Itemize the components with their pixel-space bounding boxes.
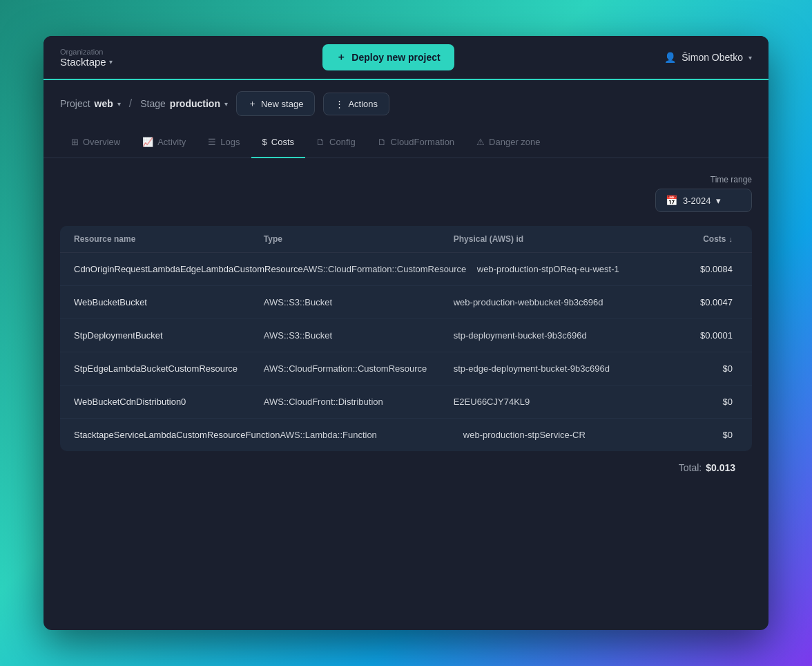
table-row: CdnOriginRequestLambdaEdgeLambdaCustomRe…: [60, 253, 752, 286]
new-stage-plus-icon: ＋: [248, 97, 257, 110]
topbar: Organization Stacktape ▾ ＋ Deploy new pr…: [44, 36, 768, 80]
tab-cloudformation-label: CloudFormation: [391, 137, 455, 147]
tab-activity[interactable]: 📈 Activity: [131, 127, 197, 158]
new-stage-button[interactable]: ＋ New stage: [236, 91, 315, 116]
time-range-label: Time range: [710, 175, 752, 184]
logs-icon: ☰: [208, 137, 216, 147]
tab-costs[interactable]: $ Costs: [251, 127, 305, 158]
user-name: Šimon Obetko: [682, 52, 743, 63]
tab-dangerzone-label: Danger zone: [489, 137, 540, 147]
stage-label: Stage: [140, 98, 166, 109]
total-row: Total: $0.013: [60, 451, 752, 479]
costs-table: Resource name Type Physical (AWS) id Cos…: [60, 226, 752, 451]
content-area: Time range 📅 3-2024 ▾ Resource name Type…: [44, 158, 768, 495]
col-header-resource: Resource name: [74, 234, 264, 244]
stage-breadcrumb: Stage production ▾: [140, 98, 228, 109]
org-chevron-icon: ▾: [109, 58, 113, 66]
org-name: Stacktape ▾: [60, 56, 113, 68]
stagebar: Project web ▾ / Stage production ▾ ＋ New…: [44, 80, 768, 127]
costs-sort-icon: ↓: [729, 235, 733, 243]
cell-cost: $0.0047: [644, 297, 738, 307]
cell-type: AWS::CloudFront::Distribution: [264, 397, 454, 407]
cell-physical-id: E2EU66CJY74KL9: [454, 397, 644, 407]
org-selector[interactable]: Organization Stacktape ▾: [60, 48, 113, 68]
tab-logs[interactable]: ☰ Logs: [197, 127, 251, 158]
tab-dangerzone[interactable]: ⚠ Danger zone: [465, 127, 551, 158]
col-header-type: Type: [264, 234, 454, 244]
tabs: ⊞ Overview 📈 Activity ☰ Logs $ Costs 🗋 C…: [44, 127, 768, 158]
cell-physical-id: stp-edge-deployment-bucket-9b3c696d: [454, 363, 644, 374]
org-label: Organization: [60, 48, 113, 56]
cell-physical-id: web-production-stpOReq-eu-west-1: [477, 264, 651, 274]
cell-physical-id: stp-deployment-bucket-9b3c696d: [454, 330, 644, 341]
table-body: CdnOriginRequestLambdaEdgeLambdaCustomRe…: [60, 253, 752, 451]
plus-icon: ＋: [336, 51, 346, 64]
cell-resource-name: StpDeploymentBucket: [74, 330, 264, 341]
config-icon: 🗋: [316, 137, 325, 147]
table-header: Resource name Type Physical (AWS) id Cos…: [60, 226, 752, 253]
cell-resource-name: WebBucketCdnDistribution0: [74, 397, 264, 407]
table-row: WebBucketBucket AWS::S3::Bucket web-prod…: [60, 286, 752, 319]
cell-type: AWS::Lambda::Function: [280, 430, 463, 440]
table-row: StpDeploymentBucket AWS::S3::Bucket stp-…: [60, 319, 752, 352]
app-window: Organization Stacktape ▾ ＋ Deploy new pr…: [44, 36, 768, 630]
cell-cost: $0: [644, 363, 738, 374]
col-header-costs[interactable]: Costs ↓: [644, 234, 738, 244]
dangerzone-icon: ⚠: [476, 137, 485, 147]
user-chevron-icon: ▾: [748, 54, 752, 61]
tab-config-label: Config: [329, 137, 356, 147]
stage-chevron-icon: ▾: [224, 100, 228, 108]
breadcrumb-separator: /: [129, 97, 132, 110]
time-range-container: Time range 📅 3-2024 ▾: [655, 175, 752, 212]
cloudformation-icon: 🗋: [378, 137, 387, 147]
cell-type: AWS::CloudFormation::CustomResource: [264, 363, 454, 374]
tab-overview[interactable]: ⊞ Overview: [60, 127, 131, 158]
project-label: Project: [60, 98, 90, 109]
cell-type: AWS::CloudFormation::CustomResource: [303, 264, 477, 274]
cell-cost: $0: [644, 397, 738, 407]
cell-physical-id: web-production-stpService-CR: [463, 430, 646, 440]
total-label: Total:: [679, 462, 702, 473]
cell-cost: $0: [646, 430, 738, 440]
calendar-icon: 📅: [666, 195, 677, 206]
breadcrumb: Project web ▾: [60, 98, 121, 109]
costs-icon: $: [262, 137, 267, 147]
total-value: $0.013: [706, 462, 735, 473]
tab-overview-label: Overview: [83, 137, 120, 147]
overview-icon: ⊞: [71, 137, 79, 147]
table-row: StacktapeServiceLambdaCustomResourceFunc…: [60, 419, 752, 451]
project-value[interactable]: web: [95, 98, 113, 109]
time-range-select[interactable]: 📅 3-2024 ▾: [655, 189, 752, 212]
time-range-value: 3-2024: [683, 196, 710, 206]
actions-button[interactable]: ⋮ Actions: [323, 93, 389, 115]
col-header-physical: Physical (AWS) id: [454, 234, 644, 244]
tab-cloudformation[interactable]: 🗋 CloudFormation: [367, 127, 466, 158]
cell-cost: $0.0001: [644, 330, 738, 341]
table-row: StpEdgeLambdaBucketCustomResource AWS::C…: [60, 352, 752, 386]
stage-value[interactable]: production: [170, 98, 220, 109]
cell-resource-name: CdnOriginRequestLambdaEdgeLambdaCustomRe…: [74, 264, 303, 274]
table-row: WebBucketCdnDistribution0 AWS::CloudFron…: [60, 386, 752, 419]
user-menu[interactable]: 👤 Šimon Obetko ▾: [664, 52, 752, 63]
cell-type: AWS::S3::Bucket: [264, 297, 454, 307]
cell-cost: $0.0084: [651, 264, 738, 274]
tab-activity-label: Activity: [157, 137, 186, 147]
project-chevron-icon: ▾: [117, 100, 121, 108]
time-range-row: Time range 📅 3-2024 ▾: [60, 175, 752, 212]
cell-resource-name: StacktapeServiceLambdaCustomResourceFunc…: [74, 430, 280, 440]
activity-icon: 📈: [142, 137, 153, 147]
tab-config[interactable]: 🗋 Config: [305, 127, 367, 158]
cell-type: AWS::S3::Bucket: [264, 330, 454, 341]
cell-physical-id: web-production-webbucket-9b3c696d: [454, 297, 644, 307]
tab-costs-label: Costs: [271, 137, 294, 147]
user-icon: 👤: [664, 52, 676, 63]
cell-resource-name: WebBucketBucket: [74, 297, 264, 307]
tab-logs-label: Logs: [220, 137, 240, 147]
cell-resource-name: StpEdgeLambdaBucketCustomResource: [74, 363, 264, 374]
time-range-chevron-icon: ▾: [716, 196, 721, 206]
actions-menu-icon: ⋮: [335, 99, 344, 109]
deploy-button[interactable]: ＋ Deploy new project: [322, 44, 454, 70]
